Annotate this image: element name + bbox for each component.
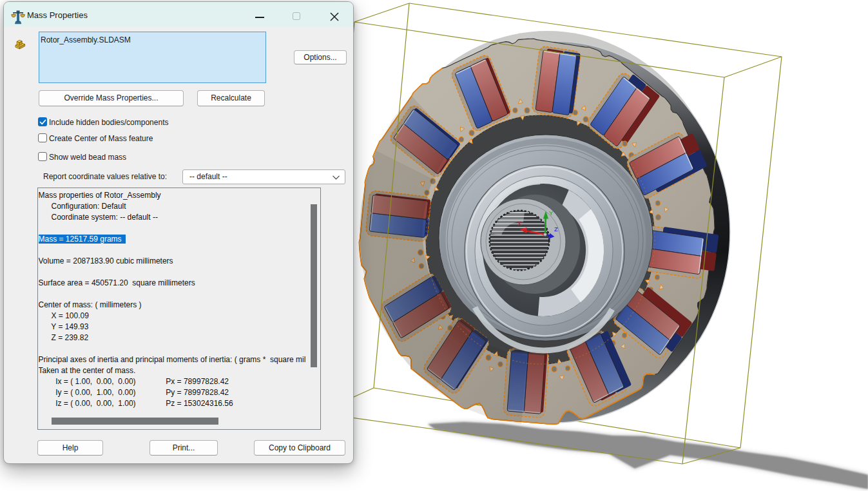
svg-text:Y: Y (549, 209, 554, 217)
svg-text:X: X (517, 220, 522, 227)
svg-text:Z: Z (554, 226, 558, 233)
